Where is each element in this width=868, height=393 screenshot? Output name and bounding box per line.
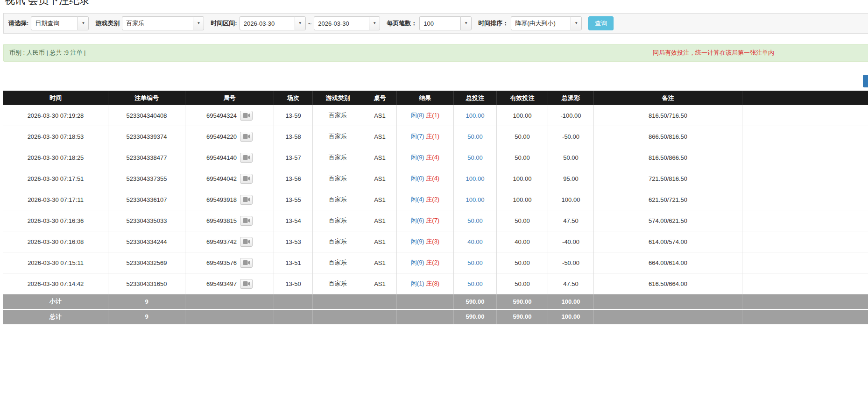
foot-label-cell: 总计	[3, 309, 108, 324]
grand-total-row: 总计9590.00590.00100.00	[3, 309, 868, 324]
query-type-input[interactable]	[31, 16, 78, 30]
replay-video-icon[interactable]	[240, 153, 253, 163]
bet-id-cell: 523304337355	[108, 168, 185, 189]
total-bet-link[interactable]: 50.00	[467, 280, 483, 287]
result-banker: 庄(4)	[426, 175, 439, 182]
round-id: 695494324	[206, 112, 237, 119]
foot-note-cell	[594, 309, 742, 324]
total-bet-link[interactable]: 100.00	[466, 196, 485, 203]
result-player: 闲(8)	[411, 112, 424, 119]
total-bet-link[interactable]: 100.00	[466, 112, 485, 119]
per-page-dropdown-button[interactable]: ▼	[460, 16, 472, 30]
note-cell: 816.50/716.50	[594, 105, 742, 126]
result-player: 闲(9)	[411, 259, 424, 266]
game-type-cell: 百家乐	[313, 189, 363, 210]
replay-video-icon[interactable]	[240, 279, 253, 289]
bet-id-cell: 523304336107	[108, 189, 185, 210]
filler-cell	[742, 126, 868, 147]
chevron-down-icon: ▼	[464, 21, 468, 25]
replay-video-icon[interactable]	[240, 174, 253, 184]
bet-id-cell: 523304339374	[108, 126, 185, 147]
round-id: 695493742	[206, 238, 237, 245]
total-bet-link[interactable]: 40.00	[467, 238, 483, 245]
game-type-input[interactable]	[122, 16, 193, 30]
time-cell: 2026-03-30 07:16:08	[3, 231, 108, 252]
search-button[interactable]: 查询	[588, 16, 614, 30]
bet-id-cell: 523304338477	[108, 147, 185, 168]
result-player: 闲(7)	[411, 133, 424, 140]
subtotal-row: 小计9590.00590.00100.00	[3, 294, 868, 309]
result-cell: 闲(9) 庄(3)	[397, 231, 454, 252]
video-glyph	[243, 218, 250, 223]
time-cell: 2026-03-30 07:16:36	[3, 210, 108, 231]
date-to-input[interactable]	[314, 16, 369, 30]
video-glyph	[243, 281, 250, 286]
game-type-cell: 百家乐	[313, 126, 363, 147]
total-bet-cell: 100.00	[454, 189, 497, 210]
total-bet-link[interactable]: 50.00	[467, 217, 483, 224]
replay-video-icon[interactable]	[240, 111, 253, 121]
time-sort-dropdown-button[interactable]: ▼	[571, 16, 582, 30]
date-to-dropdown-button[interactable]: ▼	[369, 16, 380, 30]
total-bet-link[interactable]: 50.00	[467, 259, 483, 266]
chevron-down-icon: ▼	[81, 21, 85, 25]
session-cell: 13-50	[274, 273, 313, 294]
payout-cell: -40.00	[548, 231, 594, 252]
round-id-cell: 695494324	[185, 105, 274, 126]
time-sort-input[interactable]	[511, 16, 571, 30]
payout-cell: 47.50	[548, 273, 594, 294]
replay-video-icon[interactable]	[240, 258, 253, 268]
date-from-dropdown-button[interactable]: ▼	[295, 16, 306, 30]
date-range-group: 时间区间: ▼ ~ ▼	[211, 16, 380, 30]
game-type-group: 游戏类别 ▼	[95, 16, 204, 30]
filler-cell	[742, 210, 868, 231]
video-glyph	[243, 239, 250, 244]
foot-payout-cell: 100.00	[548, 294, 594, 309]
total-bet-link[interactable]: 50.00	[467, 154, 483, 161]
column-header: 游戏类别	[313, 91, 363, 105]
date-from-input[interactable]	[240, 16, 295, 30]
total-bet-link[interactable]: 50.00	[467, 133, 483, 140]
replay-video-icon[interactable]	[240, 216, 253, 226]
per-page-input[interactable]	[419, 16, 460, 30]
total-bet-link[interactable]: 100.00	[466, 175, 485, 182]
bet-records-table: 时间注单编号局号场次游戏类别桌号结果总投注有效投注总派彩备注 2026-03-3…	[3, 91, 868, 324]
query-type-label: 请选择:	[8, 19, 28, 28]
time-cell: 2026-03-30 07:17:11	[3, 189, 108, 210]
foot-count-cell: 9	[108, 309, 185, 324]
session-cell: 13-53	[274, 231, 313, 252]
result-banker: 庄(1)	[426, 112, 439, 119]
note-cell: 816.50/866.50	[594, 147, 742, 168]
result-cell: 闲(9) 庄(2)	[397, 252, 454, 273]
payout-cell: 95.00	[548, 168, 594, 189]
time-sort-group: 时间排序： ▼	[478, 16, 582, 30]
foot-empty-cell	[313, 309, 363, 324]
foot-total-bet-cell: 590.00	[454, 309, 497, 324]
note-cell: 616.50/664.00	[594, 273, 742, 294]
filler-cell	[742, 105, 868, 126]
bet-id-cell: 523304332569	[108, 252, 185, 273]
replay-video-icon[interactable]	[240, 195, 253, 205]
bet-id-cell: 523304340408	[108, 105, 185, 126]
column-header: 有效投注	[497, 91, 548, 105]
chevron-down-icon: ▼	[298, 21, 302, 25]
table-row: 2026-03-30 07:17:11523304336107695493918…	[3, 189, 868, 210]
replay-video-icon[interactable]	[240, 237, 253, 247]
cut-off-right-edge-button[interactable]	[863, 75, 868, 87]
valid-bet-cell: 100.00	[497, 168, 548, 189]
column-header: 总派彩	[548, 91, 594, 105]
replay-video-icon[interactable]	[240, 132, 253, 142]
round-id: 695494220	[206, 133, 237, 140]
round-id-cell: 695494140	[185, 147, 274, 168]
column-header: 备注	[594, 91, 742, 105]
total-bet-cell: 50.00	[454, 126, 497, 147]
query-type-dropdown-button[interactable]: ▼	[78, 16, 89, 30]
result-cell: 闲(1) 庄(8)	[397, 273, 454, 294]
result-player: 闲(9)	[411, 154, 424, 161]
time-cell: 2026-03-30 07:19:28	[3, 105, 108, 126]
payout-cell: 100.00	[548, 189, 594, 210]
game-type-dropdown-button[interactable]: ▼	[193, 16, 204, 30]
total-bet-cell: 40.00	[454, 231, 497, 252]
per-page-label: 每页笔数：	[387, 19, 417, 28]
column-header: 桌号	[363, 91, 397, 105]
